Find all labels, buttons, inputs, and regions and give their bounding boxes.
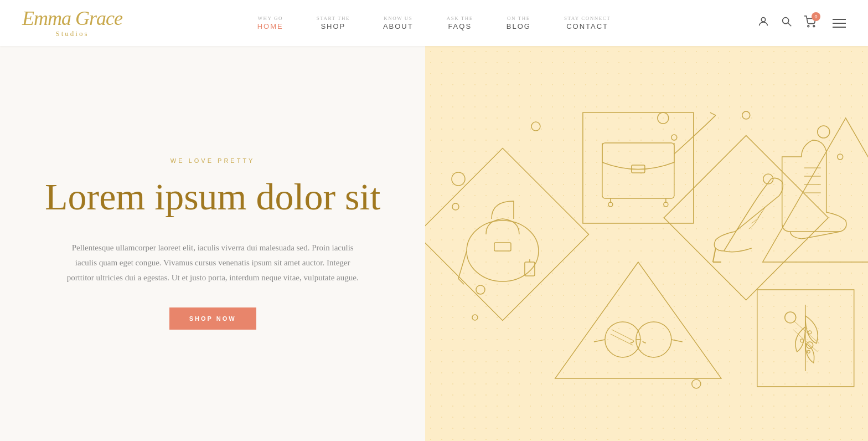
svg-point-54 bbox=[808, 350, 810, 353]
svg-line-43 bbox=[713, 248, 716, 262]
svg-point-33 bbox=[664, 202, 668, 207]
nav-item-faqs[interactable]: ASK THE FAQS bbox=[447, 16, 473, 30]
svg-line-29 bbox=[710, 112, 716, 115]
svg-point-53 bbox=[800, 339, 804, 342]
nav-item-about[interactable]: KNOW US ABOUT bbox=[383, 16, 414, 30]
svg-point-15 bbox=[472, 315, 478, 320]
svg-point-12 bbox=[818, 126, 830, 138]
cart-badge: 0 bbox=[812, 12, 820, 21]
svg-point-31 bbox=[608, 202, 613, 207]
nav-item-blog[interactable]: ON THE BLOG bbox=[507, 16, 531, 30]
user-icon[interactable] bbox=[757, 16, 769, 30]
svg-point-7 bbox=[531, 122, 540, 131]
hero-left-panel: WE LOVE PRETTY Lorem ipsum dolor sit Pel… bbox=[0, 46, 425, 441]
svg-point-18 bbox=[692, 380, 701, 388]
logo-subtitle: Studios bbox=[55, 29, 89, 38]
svg-point-8 bbox=[658, 112, 669, 124]
svg-rect-19 bbox=[425, 148, 588, 321]
nav-item-shop[interactable]: START THE SHOP bbox=[317, 16, 350, 30]
svg-point-3 bbox=[808, 25, 809, 27]
main-nav: WHY GO HOME START THE SHOP KNOW US ABOUT… bbox=[257, 16, 611, 30]
hamburger-icon[interactable] bbox=[833, 19, 846, 28]
svg-point-6 bbox=[452, 203, 459, 210]
svg-marker-34 bbox=[555, 262, 721, 378]
cart-icon[interactable]: 0 bbox=[804, 16, 816, 30]
site-header: Emma Grace Studios WHY GO HOME START THE… bbox=[0, 0, 868, 46]
main-content: WE LOVE PRETTY Lorem ipsum dolor sit Pel… bbox=[0, 46, 868, 441]
svg-point-14 bbox=[476, 285, 485, 294]
search-icon[interactable] bbox=[781, 16, 793, 30]
svg-line-38 bbox=[594, 340, 605, 342]
svg-rect-25 bbox=[494, 243, 511, 251]
logo-text: Emma Grace bbox=[22, 8, 122, 28]
svg-point-9 bbox=[671, 135, 677, 140]
svg-rect-27 bbox=[602, 143, 674, 198]
svg-point-13 bbox=[838, 154, 843, 160]
svg-line-41 bbox=[612, 330, 634, 341]
hero-eyebrow: WE LOVE PRETTY bbox=[170, 157, 255, 164]
hero-heading: Lorem ipsum dolor sit bbox=[45, 175, 380, 218]
svg-rect-26 bbox=[583, 112, 694, 223]
svg-point-5 bbox=[452, 172, 465, 186]
nav-item-contact[interactable]: STAY CONNECT CONTACT bbox=[564, 16, 611, 30]
svg-point-4 bbox=[813, 25, 815, 27]
svg-point-36 bbox=[636, 322, 671, 357]
svg-point-0 bbox=[761, 18, 765, 22]
logo[interactable]: Emma Grace Studios bbox=[22, 8, 122, 38]
svg-point-35 bbox=[605, 322, 640, 357]
fashion-illustrations bbox=[425, 46, 868, 441]
svg-line-2 bbox=[788, 23, 792, 27]
svg-marker-45 bbox=[763, 118, 868, 262]
svg-line-40 bbox=[611, 334, 633, 345]
header-icons: 0 bbox=[757, 16, 846, 30]
svg-line-55 bbox=[794, 321, 819, 343]
svg-line-21 bbox=[458, 251, 467, 279]
hero-right-panel bbox=[425, 46, 868, 441]
shop-now-button[interactable]: SHOP NOW bbox=[169, 307, 256, 330]
svg-point-1 bbox=[783, 18, 789, 24]
nav-item-home[interactable]: WHY GO HOME bbox=[257, 16, 283, 30]
svg-line-39 bbox=[671, 340, 683, 342]
hero-body: Pellentesque ullamcorper laoreet elit, i… bbox=[63, 240, 362, 285]
svg-point-10 bbox=[742, 111, 750, 119]
svg-rect-42 bbox=[664, 136, 829, 300]
svg-point-52 bbox=[808, 331, 812, 334]
